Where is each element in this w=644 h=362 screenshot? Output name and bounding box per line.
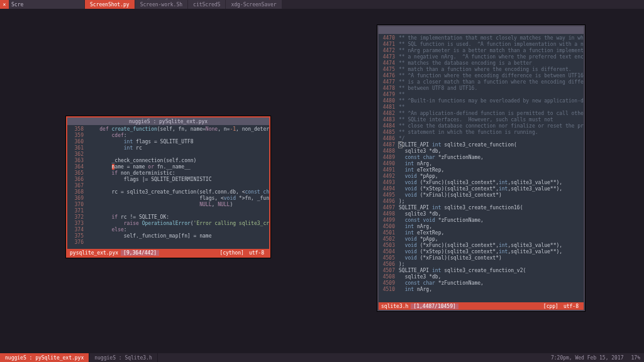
status-file: pysqlite_ext.pyx — [70, 250, 118, 256]
status-lang: [cython] — [217, 250, 247, 256]
launcher-result[interactable]: citScredS — [187, 0, 225, 9]
launcher-result[interactable]: ScreenShot.py — [84, 0, 135, 9]
launcher-search-input[interactable] — [9, 0, 84, 9]
battery-pct: 17% — [628, 353, 644, 362]
taskbar: nuggieS : pySqlite_ext.pyxnuggieS : Sqli… — [0, 353, 644, 362]
editor-window-left: nuggieS : pySqlite_ext.pyx 358 def creat… — [66, 116, 270, 258]
status-pos: [1,4487/10459] — [411, 304, 458, 309]
taskbar-tab[interactable]: nuggieS : Sqlite3.h — [89, 353, 158, 362]
window-title — [379, 26, 584, 34]
clock: 7:20pm, Wed Feb 15, 2017 — [547, 353, 628, 362]
status-file: sqlite3.h — [381, 304, 408, 309]
editor-window-right: 4470** the implementation that most clos… — [377, 25, 585, 311]
launcher-result[interactable]: xdg-ScreenSaver — [225, 0, 281, 9]
taskbar-tab[interactable]: nuggieS : pySqlite_ext.pyx — [0, 353, 89, 362]
status-bar: pysqlite_ext.pyx [9,364/442] [cython] ut… — [67, 249, 269, 256]
status-bar: sqlite3.h [1,4487/10459] [cpp] utf-8 — [379, 302, 584, 310]
status-enc: utf-8 — [561, 304, 581, 309]
close-icon[interactable]: × — [0, 0, 9, 9]
launcher-results: ScreenShot.pyScreen-work.ShcitScredSxdg-… — [84, 0, 282, 9]
status-enc: utf-8 — [247, 250, 267, 256]
launcher-bar: × ScreenShot.pyScreen-work.ShcitScredSxd… — [0, 0, 644, 9]
code-area[interactable]: 358 def create_function(self, fn, name=N… — [67, 125, 269, 249]
status-lang: [cpp] — [541, 304, 561, 309]
status-pos: [9,364/442] — [121, 250, 159, 256]
window-title: nuggieS : pySqlite_ext.pyx — [67, 118, 269, 125]
code-area[interactable]: 4470** the implementation that most clos… — [379, 34, 584, 302]
launcher-result[interactable]: Screen-work.Sh — [135, 0, 187, 9]
